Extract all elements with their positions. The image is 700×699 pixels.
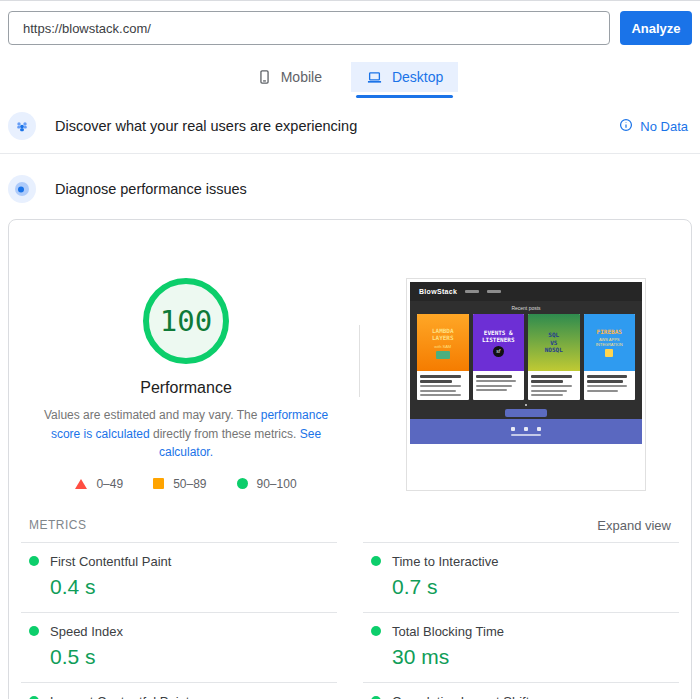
post-card-sql: SQL VS NOSQL [528,314,580,400]
lab-data-title: Diagnose performance issues [55,181,247,197]
metric-name: Cumulative Layout Shift [392,694,529,699]
legend-fail-range: 0–49 [96,477,123,491]
page-screenshot-thumbnail[interactable]: BlowStack Recent posts LAMBDA LAYERS wit… [406,278,646,491]
firebase-icon [605,349,613,357]
post-card-firebase: FIREBAS AWS APPS INTEGRATION [584,314,636,400]
screenshot-site-footer [410,419,642,444]
pass-dot-icon [371,626,381,636]
legend-pass-range: 90–100 [257,477,297,491]
card-title: SQL VS NOSQL [530,331,578,354]
metric-value: 0.7 s [392,575,679,599]
no-data-status[interactable]: No Data [619,118,692,135]
metrics-header: METRICS Expand view [21,518,679,533]
metric-total-blocking-time: Total Blocking Time 30 ms [363,612,679,682]
pass-dot-icon [371,556,381,566]
metric-speed-index: Speed Index 0.5 s [21,612,337,682]
tab-desktop-label: Desktop [392,69,443,85]
fail-triangle-icon [75,479,87,489]
info-icon [619,118,633,135]
no-data-label: No Data [640,119,688,134]
metric-name: Largest Contentful Paint [50,694,189,699]
performance-label: Performance [140,379,232,397]
metrics-heading: METRICS [29,518,87,532]
legend-fail: 0–49 [75,477,123,491]
field-data-title: Discover what your real users are experi… [55,118,357,134]
screenshot-more-button [505,409,547,417]
card-title: FIREBAS [597,328,622,336]
report-panel: 100 Performance Values are estimated and… [8,219,692,699]
post-card-lambda: LAMBDA LAYERS with SAM [417,314,469,400]
card-subtitle: with SAM [434,344,451,349]
lab-data-section-header: Diagnose performance issues [8,175,692,203]
performance-score-gauge[interactable]: 100 [143,278,229,364]
score-area: 100 Performance Values are estimated and… [21,220,679,491]
legend-average: 50–89 [153,477,206,491]
score-legend: 0–49 50–89 90–100 [75,477,296,491]
metrics-grid: First Contentful Paint 0.4 s Time to Int… [21,542,679,699]
url-bar: Analyze [0,1,700,45]
pass-dot-icon [29,626,39,636]
metric-largest-contentful-paint: Largest Contentful Paint 0.4 s [21,682,337,699]
screenshot-nav-item [487,290,501,293]
performance-score-value: 100 [160,304,212,338]
metric-name: Time to Interactive [392,554,498,569]
screenshot-site-logo: BlowStack [419,288,457,295]
tab-mobile-label: Mobile [281,69,322,85]
card-title: EVENTS & LISTENERS [475,329,523,344]
legend-pass: 90–100 [237,477,297,491]
analyze-button[interactable]: Analyze [620,11,692,45]
screenshot-nav-item [465,290,479,293]
tab-desktop[interactable]: Desktop [351,62,458,92]
post-card-events: EVENTS & LISTENERS sf [473,314,525,400]
metric-value: 0.4 s [50,575,337,599]
screenshot-content: BlowStack Recent posts LAMBDA LAYERS wit… [410,282,642,444]
metric-time-to-interactive: Time to Interactive 0.7 s [363,542,679,612]
diagnose-icon [8,175,36,203]
metric-name: First Contentful Paint [50,554,171,569]
screenshot-middle [410,404,642,417]
vertical-divider [359,325,360,397]
url-input[interactable] [8,11,610,45]
metric-value: 0.5 s [50,645,337,669]
device-tabs: Mobile Desktop [0,62,700,92]
score-disclaimer: Values are estimated and may vary. The p… [30,406,342,462]
metric-value: 30 ms [392,645,679,669]
real-users-icon [8,112,36,140]
metric-cumulative-layout-shift: Cumulative Layout Shift 0.044 [363,682,679,699]
expand-view-button[interactable]: Expand view [597,518,671,533]
screenshot-posts-heading: Recent posts [410,305,642,311]
pagespeed-insights-page: Analyze Mobile Desktop [0,0,700,699]
tab-mobile[interactable]: Mobile [242,62,337,92]
pass-dot-icon [29,556,39,566]
metric-first-contentful-paint: First Contentful Paint 0.4 s [21,542,337,612]
field-data-section-header: Discover what your real users are experi… [8,112,692,140]
desktop-laptop-icon [366,70,383,85]
screenshot-site-header: BlowStack [410,282,642,301]
average-square-icon [153,478,164,489]
metric-name: Speed Index [50,624,123,639]
metric-name: Total Blocking Time [392,624,504,639]
card-title: LAMBDA LAYERS [419,327,467,342]
layers-icon [436,351,450,359]
disclaimer-text-2: directly from these metrics. [150,427,300,441]
pass-circle-icon [237,478,248,489]
section-divider [0,153,700,154]
card-subtitle: AWS APPS INTEGRATION [586,337,634,347]
disclaimer-text-1: Values are estimated and may vary. The [44,408,261,422]
symfony-logo-icon: sf [493,346,504,357]
performance-gauge-block: 100 Performance Values are estimated and… [21,278,351,491]
screenshot-post-cards: LAMBDA LAYERS with SAM EVENTS & LISTENER… [410,314,642,400]
legend-average-range: 50–89 [173,477,206,491]
mobile-phone-icon [257,69,272,85]
